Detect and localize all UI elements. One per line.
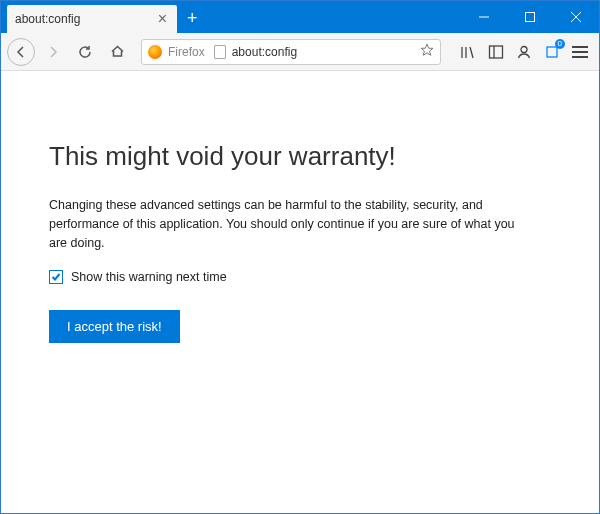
page-content: This might void your warranty! Changing … bbox=[1, 71, 599, 343]
page-icon bbox=[214, 45, 226, 59]
back-button[interactable] bbox=[7, 38, 35, 66]
home-button[interactable] bbox=[103, 38, 131, 66]
titlebar: about:config × + bbox=[1, 1, 599, 33]
svg-line-7 bbox=[470, 47, 473, 58]
url-text: about:config bbox=[232, 45, 414, 59]
nav-toolbar: Firefox about:config 0 bbox=[1, 33, 599, 71]
identity-label: Firefox bbox=[168, 45, 205, 59]
svg-rect-1 bbox=[526, 13, 535, 22]
svg-rect-8 bbox=[490, 46, 503, 58]
url-bar[interactable]: Firefox about:config bbox=[141, 39, 441, 65]
bookmark-star-icon[interactable] bbox=[420, 43, 434, 60]
show-warning-checkbox-row[interactable]: Show this warning next time bbox=[49, 270, 551, 284]
sidebars-icon[interactable] bbox=[487, 43, 505, 61]
svg-marker-4 bbox=[421, 44, 433, 55]
reload-button[interactable] bbox=[71, 38, 99, 66]
svg-rect-11 bbox=[547, 47, 557, 57]
new-tab-button[interactable]: + bbox=[177, 8, 208, 33]
menu-button[interactable] bbox=[571, 43, 589, 61]
extensions-icon[interactable]: 0 bbox=[543, 43, 561, 61]
checkbox-icon[interactable] bbox=[49, 270, 63, 284]
window-controls bbox=[461, 1, 599, 33]
forward-button[interactable] bbox=[39, 38, 67, 66]
warning-body: Changing these advanced settings can be … bbox=[49, 196, 529, 252]
library-icon[interactable] bbox=[459, 43, 477, 61]
account-icon[interactable] bbox=[515, 43, 533, 61]
maximize-button[interactable] bbox=[507, 1, 553, 33]
warning-heading: This might void your warranty! bbox=[49, 141, 551, 172]
svg-point-10 bbox=[521, 46, 527, 52]
hamburger-icon bbox=[572, 46, 588, 58]
browser-tab[interactable]: about:config × bbox=[7, 5, 177, 33]
close-tab-icon[interactable]: × bbox=[156, 11, 169, 27]
toolbar-right: 0 bbox=[451, 43, 593, 61]
accept-risk-button[interactable]: I accept the risk! bbox=[49, 310, 180, 343]
close-window-button[interactable] bbox=[553, 1, 599, 33]
firefox-icon bbox=[148, 45, 162, 59]
minimize-button[interactable] bbox=[461, 1, 507, 33]
tab-title: about:config bbox=[15, 12, 150, 26]
extensions-badge: 0 bbox=[555, 39, 565, 49]
checkbox-label: Show this warning next time bbox=[71, 270, 227, 284]
